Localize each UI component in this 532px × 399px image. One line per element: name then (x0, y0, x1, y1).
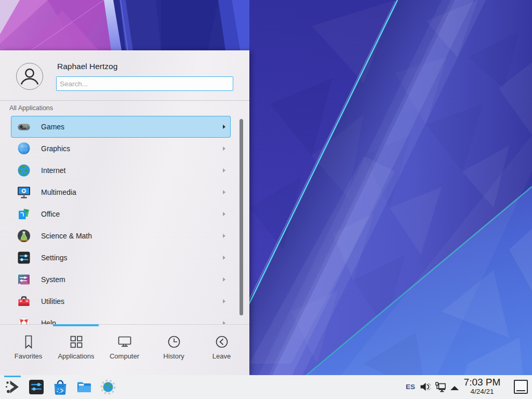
volume-icon (419, 381, 431, 392)
network-tray-button[interactable] (434, 381, 446, 393)
leave-icon (214, 334, 230, 350)
category-utilities[interactable]: Utilities (11, 290, 231, 312)
web-browser-button[interactable] (100, 379, 116, 395)
network-icon (434, 381, 446, 393)
scrollbar[interactable] (240, 119, 243, 315)
discover-button[interactable] (52, 379, 69, 395)
submenu-arrow-icon (223, 299, 225, 303)
user-avatar[interactable] (16, 63, 43, 90)
volume-tray-button[interactable] (419, 381, 431, 392)
history-clock-icon (166, 334, 182, 350)
globe-icon (17, 163, 31, 178)
bookmark-icon (21, 334, 36, 350)
lifebuoy-icon (17, 316, 31, 324)
kickoff-launcher-button[interactable] (4, 379, 21, 395)
submenu-arrow-icon (223, 212, 225, 216)
system-monitor-icon (17, 272, 31, 287)
category-label: Settings (41, 254, 68, 262)
submenu-arrow-icon (223, 234, 225, 238)
tab-history[interactable]: History (150, 325, 198, 360)
tab-computer[interactable]: Computer (100, 325, 149, 360)
folder-icon (76, 379, 92, 395)
category-list: Games Graphics (0, 116, 249, 324)
user-icon (17, 63, 43, 89)
header-separator (0, 100, 249, 101)
tab-label: Applications (52, 352, 100, 360)
documents-icon (17, 207, 31, 221)
category-label: Internet (41, 166, 65, 175)
kickoff-icon (4, 379, 21, 395)
section-label: All Applications (9, 104, 53, 112)
application-launcher-menu: Raphael Hertzog All Applications (0, 50, 249, 375)
category-internet[interactable]: Internet (11, 159, 231, 181)
category-label: Utilities (41, 297, 64, 305)
tab-label: Leave (197, 352, 246, 360)
category-science-math[interactable]: Science & Math (11, 225, 231, 247)
tab-label: Computer (100, 352, 149, 360)
category-graphics[interactable]: Graphics (11, 138, 231, 159)
submenu-arrow-icon (223, 168, 225, 172)
show-desktop-button[interactable] (514, 380, 528, 394)
gamepad-icon (17, 119, 31, 134)
category-label: Graphics (41, 144, 70, 153)
category-system[interactable]: System (11, 269, 231, 290)
tab-applications[interactable]: Applications (52, 325, 100, 360)
flask-icon (17, 229, 31, 243)
submenu-arrow-icon (223, 190, 225, 194)
submenu-arrow-icon (223, 277, 225, 282)
category-office[interactable]: Office (11, 203, 231, 225)
category-label: Multimedia (41, 188, 76, 196)
tab-leave[interactable]: Leave (197, 325, 246, 360)
submenu-arrow-icon (223, 125, 225, 129)
launcher-tabbar: Favorites Applications (0, 324, 249, 376)
category-help[interactable]: Help (11, 312, 231, 324)
computer-icon (117, 334, 132, 350)
sliders-icon (17, 250, 31, 265)
clock-date: 4/24/21 (460, 388, 504, 396)
system-settings-icon (28, 379, 45, 395)
graphics-ball-icon (17, 141, 31, 156)
category-label: Office (41, 210, 60, 218)
category-label: Games (41, 123, 64, 131)
desktop: Raphael Hertzog All Applications (0, 0, 532, 399)
category-label: System (41, 275, 65, 284)
category-label: Help (41, 319, 56, 324)
tab-label: History (150, 352, 198, 360)
show-desktop-glyph (516, 390, 525, 391)
toolbox-icon (17, 294, 31, 309)
category-games[interactable]: Games (11, 116, 231, 138)
search-input[interactable] (56, 76, 233, 91)
tab-favorites[interactable]: Favorites (4, 325, 52, 360)
discover-bag-icon (52, 379, 69, 395)
monitor-play-icon (17, 185, 31, 200)
category-settings[interactable]: Settings (11, 247, 231, 269)
submenu-arrow-icon (223, 256, 225, 260)
digital-clock[interactable]: 7:03 PM 4/24/21 (460, 377, 504, 396)
submenu-arrow-icon (223, 147, 225, 151)
category-multimedia[interactable]: Multimedia (11, 181, 231, 203)
taskbar: ES 7:03 PM 4/24/21 (0, 375, 532, 399)
app-grid-icon (69, 334, 84, 350)
active-task-indicator (4, 376, 21, 377)
keyboard-layout-indicator[interactable]: ES (406, 383, 415, 391)
tab-label: Favorites (4, 352, 52, 360)
user-name: Raphael Hertzog (57, 62, 117, 71)
clock-time: 7:03 PM (460, 377, 504, 388)
system-settings-button[interactable] (28, 379, 45, 395)
file-manager-button[interactable] (76, 379, 92, 395)
expand-tray-icon[interactable] (450, 386, 459, 390)
browser-globe-icon (100, 379, 116, 395)
category-label: Science & Math (41, 232, 92, 240)
